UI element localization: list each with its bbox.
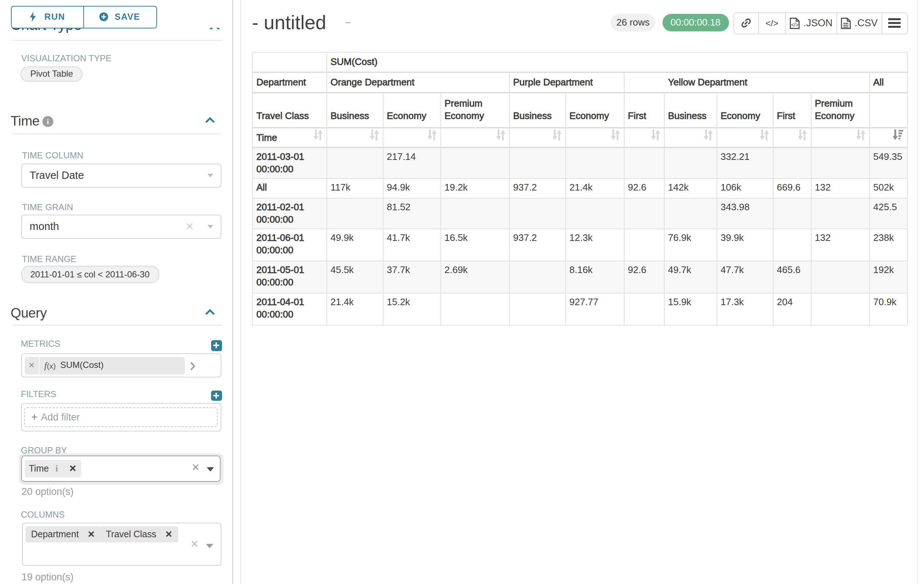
svg-text:</>: </>	[791, 21, 799, 27]
svg-text:i: i	[46, 117, 49, 125]
